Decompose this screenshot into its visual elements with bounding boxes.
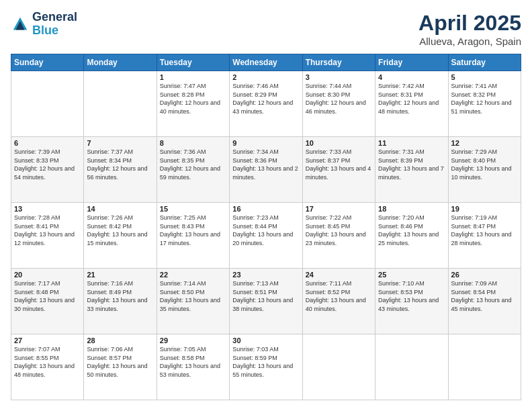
weekday-header: Sunday <box>11 54 84 71</box>
weekday-header: Thursday <box>302 54 375 71</box>
calendar-table: SundayMondayTuesdayWednesdayThursdayFrid… <box>11 54 521 400</box>
day-info: Sunrise: 7:20 AM Sunset: 8:46 PM Dayligh… <box>378 214 445 247</box>
calendar-cell: 23Sunrise: 7:13 AM Sunset: 8:51 PM Dayli… <box>230 269 302 334</box>
day-number: 22 <box>160 271 226 279</box>
main-title: April 2025 <box>418 11 521 36</box>
day-number: 23 <box>232 271 299 279</box>
day-info: Sunrise: 7:13 AM Sunset: 8:51 PM Dayligh… <box>232 279 299 313</box>
title-block: April 2025 Allueva, Aragon, Spain <box>418 11 521 47</box>
calendar-cell: 14Sunrise: 7:26 AM Sunset: 8:42 PM Dayli… <box>84 203 157 269</box>
day-number: 2 <box>232 73 299 81</box>
day-info: Sunrise: 7:23 AM Sunset: 8:44 PM Dayligh… <box>232 214 299 247</box>
calendar-cell: 22Sunrise: 7:14 AM Sunset: 8:50 PM Dayli… <box>157 269 229 334</box>
calendar-cell: 13Sunrise: 7:28 AM Sunset: 8:41 PM Dayli… <box>11 203 84 269</box>
weekday-header: Monday <box>84 54 157 71</box>
day-info: Sunrise: 7:41 AM Sunset: 8:32 PM Dayligh… <box>451 82 518 116</box>
day-number: 30 <box>232 336 299 345</box>
calendar-cell: 7Sunrise: 7:37 AM Sunset: 8:34 PM Daylig… <box>84 137 157 203</box>
day-info: Sunrise: 7:39 AM Sunset: 8:33 PM Dayligh… <box>14 148 81 181</box>
calendar-cell <box>84 71 157 137</box>
day-info: Sunrise: 7:14 AM Sunset: 8:50 PM Dayligh… <box>160 279 226 313</box>
logo-text: General Blue <box>32 11 77 38</box>
day-info: Sunrise: 7:06 AM Sunset: 8:57 PM Dayligh… <box>87 345 153 379</box>
calendar-week-row: 6Sunrise: 7:39 AM Sunset: 8:33 PM Daylig… <box>11 137 521 203</box>
day-number: 25 <box>378 271 445 279</box>
calendar-week-row: 27Sunrise: 7:07 AM Sunset: 8:55 PM Dayli… <box>11 334 521 400</box>
day-number: 28 <box>87 336 153 345</box>
day-info: Sunrise: 7:11 AM Sunset: 8:52 PM Dayligh… <box>306 279 372 313</box>
calendar-week-row: 13Sunrise: 7:28 AM Sunset: 8:41 PM Dayli… <box>11 203 521 269</box>
calendar-cell: 3Sunrise: 7:44 AM Sunset: 8:30 PM Daylig… <box>302 71 375 137</box>
day-info: Sunrise: 7:26 AM Sunset: 8:42 PM Dayligh… <box>87 214 153 247</box>
calendar-cell: 2Sunrise: 7:46 AM Sunset: 8:29 PM Daylig… <box>230 71 302 137</box>
day-number: 4 <box>378 73 445 81</box>
calendar-cell: 26Sunrise: 7:09 AM Sunset: 8:54 PM Dayli… <box>448 269 521 334</box>
day-number: 24 <box>306 271 372 279</box>
day-info: Sunrise: 7:07 AM Sunset: 8:55 PM Dayligh… <box>14 345 81 379</box>
day-info: Sunrise: 7:36 AM Sunset: 8:35 PM Dayligh… <box>160 148 226 181</box>
day-info: Sunrise: 7:29 AM Sunset: 8:40 PM Dayligh… <box>451 148 518 181</box>
calendar-cell: 24Sunrise: 7:11 AM Sunset: 8:52 PM Dayli… <box>302 269 375 334</box>
day-info: Sunrise: 7:05 AM Sunset: 8:58 PM Dayligh… <box>160 345 226 379</box>
day-info: Sunrise: 7:44 AM Sunset: 8:30 PM Dayligh… <box>306 82 372 116</box>
calendar-cell: 11Sunrise: 7:31 AM Sunset: 8:39 PM Dayli… <box>375 137 448 203</box>
logo: General Blue <box>11 11 77 38</box>
day-info: Sunrise: 7:42 AM Sunset: 8:31 PM Dayligh… <box>378 82 445 116</box>
day-number: 19 <box>451 205 518 213</box>
day-info: Sunrise: 7:37 AM Sunset: 8:34 PM Dayligh… <box>87 148 153 181</box>
day-number: 9 <box>232 139 299 147</box>
day-info: Sunrise: 7:09 AM Sunset: 8:54 PM Dayligh… <box>451 279 518 313</box>
day-number: 8 <box>160 139 226 147</box>
calendar-cell: 4Sunrise: 7:42 AM Sunset: 8:31 PM Daylig… <box>375 71 448 137</box>
day-info: Sunrise: 7:22 AM Sunset: 8:45 PM Dayligh… <box>306 214 372 247</box>
calendar-week-row: 20Sunrise: 7:17 AM Sunset: 8:48 PM Dayli… <box>11 269 521 334</box>
calendar-header-row: SundayMondayTuesdayWednesdayThursdayFrid… <box>11 54 521 71</box>
calendar-cell <box>448 334 521 400</box>
day-info: Sunrise: 7:10 AM Sunset: 8:53 PM Dayligh… <box>378 279 445 313</box>
calendar-cell: 18Sunrise: 7:20 AM Sunset: 8:46 PM Dayli… <box>375 203 448 269</box>
subtitle: Allueva, Aragon, Spain <box>418 36 521 47</box>
calendar-week-row: 1Sunrise: 7:47 AM Sunset: 8:28 PM Daylig… <box>11 71 521 137</box>
day-number: 5 <box>451 73 518 81</box>
day-info: Sunrise: 7:28 AM Sunset: 8:41 PM Dayligh… <box>14 214 81 247</box>
logo-icon <box>11 15 30 34</box>
day-info: Sunrise: 7:17 AM Sunset: 8:48 PM Dayligh… <box>14 279 81 313</box>
calendar-cell: 10Sunrise: 7:33 AM Sunset: 8:37 PM Dayli… <box>302 137 375 203</box>
calendar-cell: 21Sunrise: 7:16 AM Sunset: 8:49 PM Dayli… <box>84 269 157 334</box>
calendar-cell: 28Sunrise: 7:06 AM Sunset: 8:57 PM Dayli… <box>84 334 157 400</box>
day-info: Sunrise: 7:16 AM Sunset: 8:49 PM Dayligh… <box>87 279 153 313</box>
calendar-cell: 20Sunrise: 7:17 AM Sunset: 8:48 PM Dayli… <box>11 269 84 334</box>
day-number: 27 <box>14 336 81 345</box>
day-number: 14 <box>87 205 153 213</box>
day-number: 29 <box>160 336 226 345</box>
calendar-cell: 6Sunrise: 7:39 AM Sunset: 8:33 PM Daylig… <box>11 137 84 203</box>
calendar-cell <box>302 334 375 400</box>
calendar-cell: 8Sunrise: 7:36 AM Sunset: 8:35 PM Daylig… <box>157 137 229 203</box>
calendar-cell <box>375 334 448 400</box>
day-number: 18 <box>378 205 445 213</box>
day-number: 15 <box>160 205 226 213</box>
day-info: Sunrise: 7:03 AM Sunset: 8:59 PM Dayligh… <box>232 345 299 379</box>
calendar-cell: 27Sunrise: 7:07 AM Sunset: 8:55 PM Dayli… <box>11 334 84 400</box>
weekday-header: Tuesday <box>157 54 229 71</box>
day-info: Sunrise: 7:46 AM Sunset: 8:29 PM Dayligh… <box>232 82 299 116</box>
day-number: 10 <box>306 139 372 147</box>
weekday-header: Friday <box>375 54 448 71</box>
calendar-cell: 25Sunrise: 7:10 AM Sunset: 8:53 PM Dayli… <box>375 269 448 334</box>
day-number: 26 <box>451 271 518 279</box>
day-number: 21 <box>87 271 153 279</box>
day-number: 11 <box>378 139 445 147</box>
calendar-cell: 16Sunrise: 7:23 AM Sunset: 8:44 PM Dayli… <box>230 203 302 269</box>
day-number: 12 <box>451 139 518 147</box>
day-info: Sunrise: 7:19 AM Sunset: 8:47 PM Dayligh… <box>451 214 518 247</box>
day-info: Sunrise: 7:25 AM Sunset: 8:43 PM Dayligh… <box>160 214 226 247</box>
day-number: 20 <box>14 271 81 279</box>
calendar-cell: 12Sunrise: 7:29 AM Sunset: 8:40 PM Dayli… <box>448 137 521 203</box>
day-number: 6 <box>14 139 81 147</box>
calendar-cell: 19Sunrise: 7:19 AM Sunset: 8:47 PM Dayli… <box>448 203 521 269</box>
header: General Blue April 2025 Allueva, Aragon,… <box>11 11 521 47</box>
day-info: Sunrise: 7:33 AM Sunset: 8:37 PM Dayligh… <box>306 148 372 181</box>
calendar-cell: 5Sunrise: 7:41 AM Sunset: 8:32 PM Daylig… <box>448 71 521 137</box>
calendar-cell: 15Sunrise: 7:25 AM Sunset: 8:43 PM Dayli… <box>157 203 229 269</box>
day-info: Sunrise: 7:34 AM Sunset: 8:36 PM Dayligh… <box>232 148 299 181</box>
